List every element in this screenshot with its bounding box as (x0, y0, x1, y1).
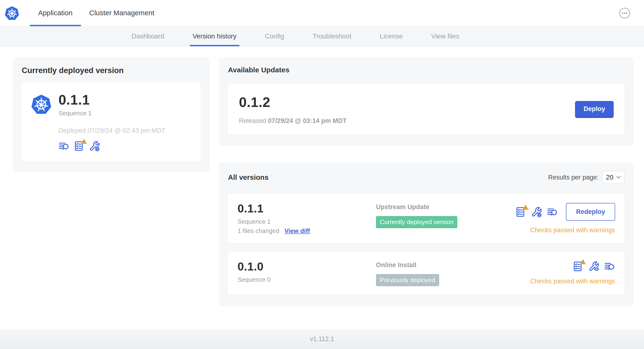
update-version-number: 0.1.2 (239, 94, 346, 110)
update-released-date: Released 07/29/24 @ 03:14 pm MDT (239, 117, 346, 124)
app-footer: v1.112.1 (0, 329, 644, 349)
tab-troubleshoot[interactable]: Troubleshoot (310, 26, 354, 46)
released-label: Released (239, 117, 266, 124)
header-tabs: Application Cluster Management (30, 0, 163, 26)
redeploy-button[interactable]: Redeploy (566, 203, 615, 221)
deployed-status-badge: Currently deployed version (376, 216, 457, 228)
right-column: Available Updates 0.1.2 Released 07/29/2… (219, 57, 634, 306)
available-updates-title: Available Updates (228, 66, 625, 74)
all-versions-card: All versions Results per page: 20 0.1.1 (219, 162, 634, 306)
tab-license[interactable]: License (377, 26, 406, 46)
warning-triangle-icon (522, 204, 529, 210)
preflight-status-text[interactable]: Checks passed with warnings (530, 226, 615, 234)
row-source-label: Online Install (376, 262, 530, 269)
current-version-number: 0.1.1 (58, 92, 92, 108)
config-icon[interactable] (531, 206, 542, 218)
results-per-page-label: Results per page: (548, 174, 599, 181)
preflight-status-text[interactable]: Checks passed with warnings (530, 278, 615, 285)
current-version-actions (58, 140, 192, 152)
currently-deployed-version-card: 0.1.1 Sequence 1 Deployed 07/29/24 @ 02:… (22, 82, 201, 162)
preflight-checks-warning-icon[interactable] (74, 140, 85, 152)
config-icon[interactable] (89, 140, 100, 152)
logs-icon[interactable] (547, 206, 558, 218)
tab-version-history[interactable]: Version history (190, 26, 240, 46)
results-per-page-value: 20 (606, 174, 614, 181)
tab-dashboard[interactable]: Dashboard (129, 26, 167, 46)
all-versions-title: All versions (228, 173, 268, 182)
currently-deployed-card: Currently deployed version (13, 57, 210, 172)
warning-triangle-icon (80, 138, 88, 145)
kubernetes-logo-icon (4, 6, 20, 21)
preflight-checks-warning-icon[interactable] (515, 206, 526, 218)
logs-icon[interactable] (58, 140, 70, 152)
currently-deployed-title: Currently deployed version (22, 66, 201, 75)
chevron-down-icon (616, 176, 620, 179)
main-content: Currently deployed version (0, 46, 644, 329)
tab-application[interactable]: Application (30, 0, 81, 26)
current-version-sequence: Sequence 1 (58, 110, 92, 117)
version-row-0-1-1: 0.1.1 Sequence 1 1 files changed View di… (228, 194, 625, 243)
ellipsis-menu-icon[interactable] (619, 8, 630, 18)
view-diff-link[interactable]: View diff (284, 227, 310, 235)
app-subnav: Dashboard Version history Config Trouble… (0, 26, 644, 46)
deployed-status-badge: Previously deployed (376, 274, 439, 286)
kubernetes-app-icon (30, 94, 52, 115)
deploy-button[interactable]: Deploy (575, 101, 614, 118)
files-changed-label: 1 files changed (238, 227, 279, 235)
version-row-0-1-0: 0.1.0 Sequence 0 Online Install Previous… (228, 252, 625, 295)
app-header: Application Cluster Management (0, 0, 644, 26)
logs-icon[interactable] (604, 261, 615, 272)
released-value: 07/29/24 @ 03:14 pm MDT (268, 117, 346, 124)
warning-triangle-icon (579, 258, 586, 265)
available-updates-card: Available Updates 0.1.2 Released 07/29/2… (219, 57, 634, 146)
results-per-page-select[interactable]: 20 (602, 171, 625, 184)
update-row: 0.1.2 Released 07/29/24 @ 03:14 pm MDT D… (228, 84, 625, 135)
tab-cluster-management[interactable]: Cluster Management (81, 0, 163, 26)
preflight-checks-warning-icon[interactable] (573, 261, 584, 272)
view-config-icon[interactable] (588, 261, 599, 272)
console-version: v1.112.1 (310, 336, 334, 343)
row-version-number: 0.1.0 (238, 260, 376, 273)
row-version-number: 0.1.1 (238, 202, 376, 215)
tab-view-files[interactable]: View files (428, 26, 462, 46)
row-source-label: Upstream Update (376, 204, 515, 211)
row-sequence: Sequence 1 (238, 218, 376, 225)
current-version-deployed-date: Deployed 07/29/24 @ 02:43 pm MDT (58, 127, 192, 134)
row-sequence: Sequence 0 (238, 276, 376, 283)
tab-config[interactable]: Config (262, 26, 287, 46)
